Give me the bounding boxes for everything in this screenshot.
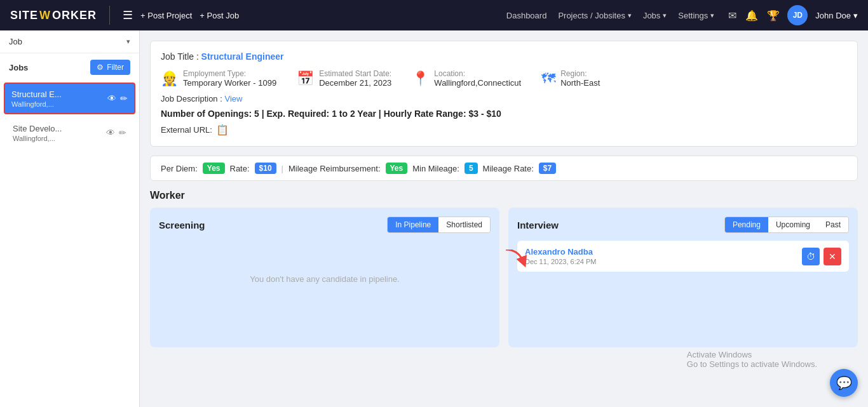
nav-projects-jobsites[interactable]: Projects / Jobsites ▾: [558, 11, 632, 20]
post-job-button[interactable]: + Post Job: [200, 11, 239, 20]
start-date-info: Estimated Start Date: December 21, 2023: [319, 69, 391, 88]
edit-icon-job1[interactable]: ✏: [120, 93, 128, 103]
mileage-value-badge: Yes: [386, 163, 408, 174]
job-detail-card: Job Title : Structural Engineer 👷 Employ…: [150, 41, 858, 147]
sidebar-item-job1[interactable]: Structural E... Wallingford,... 👁 ✏: [4, 83, 135, 114]
navbar-divider: [109, 6, 110, 25]
view-icon-job2[interactable]: 👁: [106, 128, 115, 138]
screening-tab-shortlisted[interactable]: Shortlisted: [438, 217, 490, 232]
edit-icon-job2[interactable]: ✏: [119, 128, 126, 138]
content-area: Job Title : Structural Engineer 👷 Employ…: [140, 30, 868, 407]
chevron-projects-icon: ▾: [628, 11, 632, 20]
user-menu[interactable]: John Doe ▾: [815, 11, 858, 20]
calendar-icon: 📅: [297, 70, 314, 87]
sidebar-job2-location: Wallingford,...: [13, 135, 62, 142]
region-info: Region: North-East: [560, 69, 600, 88]
interview-column: Interview Pending Upcoming Past: [508, 208, 858, 347]
sidebar-job2-info: Site Develo... Wallingford,...: [13, 123, 62, 142]
location-item: 📍 Location: Wallingford,Connecticut: [412, 69, 521, 88]
chevron-settings-icon: ▾: [710, 11, 714, 20]
interview-view-button[interactable]: ⏱: [802, 248, 820, 265]
sidebar-job2-name: Site Develo...: [13, 123, 62, 135]
filter-button[interactable]: ⚙ Filter: [90, 60, 130, 75]
job-title-label: Job Title :: [161, 51, 199, 62]
mileage-rate-label: Mileage Rate:: [483, 164, 534, 173]
logo-w: W: [39, 9, 51, 22]
view-icon-job1[interactable]: 👁: [107, 93, 116, 103]
interview-tab-upcoming[interactable]: Upcoming: [768, 217, 818, 232]
chat-bubble-button[interactable]: 💬: [830, 369, 858, 397]
min-mileage-badge: 5: [465, 163, 478, 174]
sidebar-jobs-label: Jobs: [9, 63, 28, 72]
bell-icon[interactable]: 🔔: [745, 10, 758, 22]
job-url-row: External URL: 📋: [161, 124, 847, 136]
interview-header: Interview Pending Upcoming Past: [517, 217, 849, 233]
screening-empty-message: You don't have any candidate in pipeline…: [159, 241, 491, 317]
perdiem-card: Per Diem: Yes Rate: $10 | Mileage Reimbu…: [150, 156, 858, 181]
interview-candidate-name[interactable]: Alexandro Nadba: [525, 247, 597, 257]
screening-tabs: In Pipeline Shortlisted: [387, 217, 491, 233]
interview-candidate-card: Alexandro Nadba Dec 11, 2023, 6:24 PM ⏱ …: [517, 241, 849, 272]
interview-tab-pending[interactable]: Pending: [725, 217, 768, 232]
sidebar-job1-location: Wallingford,...: [11, 100, 62, 108]
navbar: SITEWORKER ☰ + Post Project + Post Job D…: [0, 0, 868, 30]
job-meta-row: 👷 Employment Type: Temporary Worker - 10…: [161, 69, 847, 88]
location-icon: 📍: [412, 70, 429, 87]
job-description-row: Job Description : View: [161, 94, 847, 103]
start-date-value: December 21, 2023: [319, 78, 391, 88]
navbar-icons: ✉ 🔔 🏆: [728, 10, 780, 22]
red-arrow-icon: [506, 250, 531, 270]
screening-column: Screening In Pipeline Shortlisted You do…: [150, 208, 499, 347]
kanban-row: Screening In Pipeline Shortlisted You do…: [150, 208, 858, 347]
interview-tab-past[interactable]: Past: [818, 217, 848, 232]
sidebar-job1-info: Structural E... Wallingford,...: [11, 89, 62, 108]
job-title-value: Structural Engineer: [201, 51, 284, 62]
user-name: John Doe: [815, 11, 851, 20]
location-label: Location:: [434, 69, 521, 78]
logo: SITEWORKER: [10, 9, 97, 22]
start-date-label: Estimated Start Date:: [319, 69, 391, 78]
mail-icon[interactable]: ✉: [728, 10, 736, 22]
region-icon: 🗺: [541, 70, 555, 87]
min-mileage-label: Min Mileage:: [412, 164, 459, 173]
rate-value-badge: $10: [255, 163, 276, 174]
screening-tab-inpipeline[interactable]: In Pipeline: [388, 217, 438, 232]
interview-candidate-info: Alexandro Nadba Dec 11, 2023, 6:24 PM: [525, 247, 597, 265]
mileage-label: Mileage Reimbursement:: [288, 164, 381, 173]
job-openings-row: Number of Openings: 5 | Exp. Required: 1…: [161, 109, 847, 119]
sidebar-header: Jobs ⚙ Filter: [0, 53, 139, 81]
interview-title: Interview: [517, 220, 559, 230]
logo-orker: ORKER: [52, 9, 97, 22]
perdiem-sep1: |: [281, 164, 283, 173]
worker-section-title: Worker: [150, 190, 858, 201]
logo-site: SITE: [10, 9, 38, 22]
interview-candidate-date: Dec 11, 2023, 6:24 PM: [525, 258, 597, 265]
menu-icon[interactable]: ☰: [123, 8, 133, 22]
interview-tabs: Pending Upcoming Past: [724, 217, 849, 233]
perdiem-label: Per Diem:: [161, 164, 198, 173]
filter-label: Filter: [107, 63, 124, 72]
mileage-rate-badge: $7: [539, 163, 556, 174]
region-label: Region:: [560, 69, 600, 78]
sidebar: Job ▾ Jobs ⚙ Filter Structural E... Wall…: [0, 30, 140, 407]
copy-url-icon[interactable]: 📋: [216, 124, 229, 136]
interview-remove-button[interactable]: ✕: [824, 248, 841, 265]
trophy-icon[interactable]: 🏆: [767, 10, 780, 22]
nav-dashboard[interactable]: Dashboard: [506, 11, 547, 20]
job-desc-view-link[interactable]: View: [224, 94, 242, 103]
screening-header: Screening In Pipeline Shortlisted: [159, 217, 491, 233]
employment-type-info: Employment Type: Temporary Worker - 1099: [183, 69, 276, 88]
sidebar-item-job2[interactable]: Site Develo... Wallingford,... 👁 ✏: [4, 117, 135, 149]
post-project-button[interactable]: + Post Project: [140, 11, 192, 20]
location-info: Location: Wallingford,Connecticut: [434, 69, 521, 88]
chevron-jobs-icon: ▾: [663, 11, 667, 20]
start-date-item: 📅 Estimated Start Date: December 21, 202…: [297, 69, 391, 88]
employment-type-value: Temporary Worker - 1099: [183, 78, 276, 88]
employment-type-item: 👷 Employment Type: Temporary Worker - 10…: [161, 69, 276, 88]
nav-jobs[interactable]: Jobs ▾: [643, 11, 667, 20]
external-url-label: External URL:: [161, 125, 212, 135]
sidebar-type-label: Job: [9, 37, 22, 46]
sidebar-type-arrow-icon: ▾: [126, 37, 130, 46]
sidebar-type-selector[interactable]: Job ▾: [0, 30, 139, 53]
nav-settings[interactable]: Settings ▾: [678, 11, 714, 20]
